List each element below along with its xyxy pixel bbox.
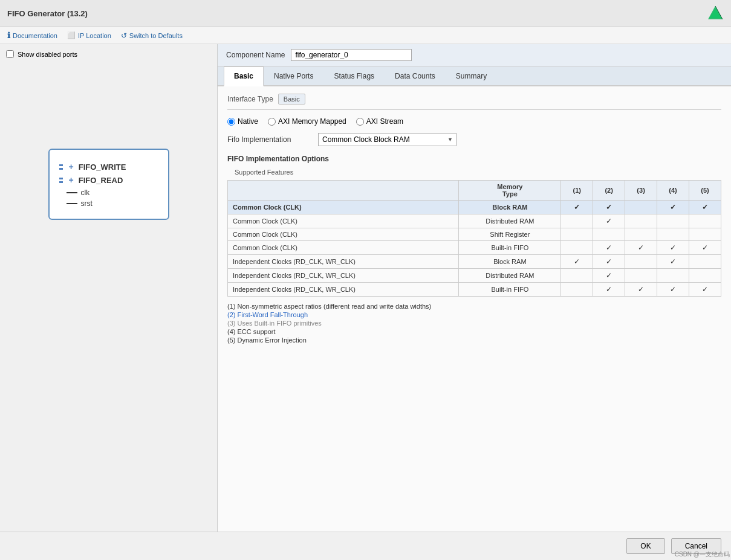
srst-signal: srst bbox=[67, 199, 158, 208]
col-header-5: (5) bbox=[689, 181, 721, 201]
documentation-link[interactable]: ℹ Documentation bbox=[7, 31, 57, 40]
cell-mem-3: Shift Register bbox=[459, 228, 561, 241]
cell-7-4: ✓ bbox=[657, 283, 689, 297]
left-panel: Show disabled ports + FIFO_WRITE bbox=[0, 44, 218, 556]
cell-1-2: ✓ bbox=[593, 201, 625, 214]
main-content: Show disabled ports + FIFO_WRITE bbox=[0, 44, 731, 556]
clk-line-icon bbox=[67, 192, 77, 193]
separator-1 bbox=[227, 109, 721, 110]
fifo-impl-select[interactable]: Common Clock Block RAM Common Clock Dist… bbox=[318, 133, 456, 146]
switch-defaults-label: Switch to Defaults bbox=[129, 32, 183, 39]
show-ports-label: Show disabled ports bbox=[18, 51, 77, 58]
fifo-diagram: + FIFO_WRITE + FIFO_READ clk bbox=[48, 149, 169, 220]
note-1: (1) Non-symmetric aspect ratios (differe… bbox=[227, 303, 721, 310]
cell-6-3 bbox=[625, 269, 657, 283]
col-header-clock bbox=[228, 181, 459, 201]
note-5: (5) Dynamic Error Injection bbox=[227, 336, 721, 344]
ip-location-icon: ⬜ bbox=[67, 31, 76, 39]
cell-2-5 bbox=[689, 214, 721, 228]
cell-3-5 bbox=[689, 228, 721, 241]
clk-label: clk bbox=[81, 188, 90, 197]
radio-axi-stream[interactable]: AXI Stream bbox=[356, 117, 403, 126]
table-row-5: Independent Clocks (RD_CLK, WR_CLK) Bloc… bbox=[228, 255, 721, 269]
component-name-input[interactable] bbox=[291, 49, 412, 61]
tabs-bar: Basic Native Ports Status Flags Data Cou… bbox=[218, 66, 731, 86]
tab-content-basic: Interface Type Basic Native AXI Memory M… bbox=[218, 86, 731, 556]
cell-1-5: ✓ bbox=[689, 201, 721, 214]
notes-section: (1) Non-symmetric aspect ratios (differe… bbox=[227, 303, 721, 344]
impl-options-table: MemoryType (1) (2) (3) (4) (5) Common Cl… bbox=[227, 180, 721, 297]
tab-basic[interactable]: Basic bbox=[224, 66, 264, 86]
cell-clock-3: Common Clock (CLK) bbox=[228, 228, 459, 241]
cell-4-2: ✓ bbox=[593, 241, 625, 255]
cell-2-2: ✓ bbox=[593, 214, 625, 228]
cell-5-1: ✓ bbox=[561, 255, 593, 269]
cell-6-2: ✓ bbox=[593, 269, 625, 283]
documentation-label: Documentation bbox=[13, 32, 57, 39]
fifo-impl-label: Fifo Implementation bbox=[227, 135, 312, 144]
basic-badge: Basic bbox=[278, 94, 305, 105]
cell-clock-5: Independent Clocks (RD_CLK, WR_CLK) bbox=[228, 255, 459, 269]
write-plus-icon: + bbox=[69, 162, 74, 172]
tab-summary[interactable]: Summary bbox=[446, 66, 497, 85]
cell-7-1 bbox=[561, 283, 593, 297]
clk-signal: clk bbox=[67, 188, 158, 197]
show-ports-row: Show disabled ports bbox=[6, 50, 211, 58]
cell-3-1 bbox=[561, 228, 593, 241]
app-logo-icon bbox=[707, 5, 724, 22]
app-title: FIFO Generator (13.2) bbox=[7, 9, 88, 18]
note-3: (3) Uses Built-in FIFO primitives bbox=[227, 320, 721, 327]
cell-1-1: ✓ bbox=[561, 201, 593, 214]
tab-status-flags[interactable]: Status Flags bbox=[323, 66, 385, 85]
cell-clock-7: Independent Clocks (RD_CLK, WR_CLK) bbox=[228, 283, 459, 297]
radio-native[interactable]: Native bbox=[227, 117, 258, 126]
write-port-bars bbox=[59, 164, 63, 170]
cell-mem-5: Block RAM bbox=[459, 255, 561, 269]
cell-6-5 bbox=[689, 269, 721, 283]
fifo-write-label: FIFO_WRITE bbox=[79, 163, 126, 172]
fifo-read-label: FIFO_READ bbox=[79, 176, 123, 185]
cell-mem-2: Distributed RAM bbox=[459, 214, 561, 228]
ok-button[interactable]: OK bbox=[626, 538, 664, 554]
toolbar: ℹ Documentation ⬜ IP Location ↺ Switch t… bbox=[0, 27, 731, 44]
table-row-1: Common Clock (CLK) Block RAM ✓ ✓ ✓ ✓ bbox=[228, 201, 721, 214]
switch-defaults-link[interactable]: ↺ Switch to Defaults bbox=[121, 31, 183, 40]
supported-features-label: Supported Features bbox=[235, 169, 293, 176]
cell-mem-1: Block RAM bbox=[459, 201, 561, 214]
cell-4-4: ✓ bbox=[657, 241, 689, 255]
cell-1-3 bbox=[625, 201, 657, 214]
title-bar: FIFO Generator (13.2) bbox=[0, 0, 731, 27]
tab-native-ports[interactable]: Native Ports bbox=[264, 66, 323, 85]
component-name-bar: Component Name bbox=[218, 44, 731, 66]
read-plus-icon: + bbox=[69, 175, 74, 185]
info-icon: ℹ bbox=[7, 31, 10, 40]
cell-7-3: ✓ bbox=[625, 283, 657, 297]
cell-6-4 bbox=[657, 269, 689, 283]
cell-7-5: ✓ bbox=[689, 283, 721, 297]
note-2: (2) First-Word Fall-Through bbox=[227, 311, 721, 318]
fifo-write-port: + FIFO_WRITE bbox=[59, 162, 158, 172]
cell-4-1 bbox=[561, 241, 593, 255]
cell-1-4: ✓ bbox=[657, 201, 689, 214]
cell-mem-4: Built-in FIFO bbox=[459, 241, 561, 255]
cell-7-2: ✓ bbox=[593, 283, 625, 297]
table-row-3: Common Clock (CLK) Shift Register bbox=[228, 228, 721, 241]
radio-axi-memory[interactable]: AXI Memory Mapped bbox=[268, 117, 346, 126]
watermark: CSDN @一支绝命码 bbox=[675, 550, 730, 559]
cell-2-4 bbox=[657, 214, 689, 228]
interface-radio-group: Native AXI Memory Mapped AXI Stream bbox=[227, 117, 721, 126]
cell-5-3 bbox=[625, 255, 657, 269]
col-header-2: (2) bbox=[593, 181, 625, 201]
col-header-memory: MemoryType bbox=[459, 181, 561, 201]
tab-data-counts[interactable]: Data Counts bbox=[385, 66, 446, 85]
table-row-6: Independent Clocks (RD_CLK, WR_CLK) Dist… bbox=[228, 269, 721, 283]
cell-5-5 bbox=[689, 255, 721, 269]
impl-options-title: FIFO Implementation Options bbox=[227, 155, 721, 163]
show-ports-checkbox[interactable] bbox=[6, 50, 14, 58]
fifo-impl-row: Fifo Implementation Common Clock Block R… bbox=[227, 133, 721, 146]
col-header-3: (3) bbox=[625, 181, 657, 201]
cell-5-2: ✓ bbox=[593, 255, 625, 269]
srst-label: srst bbox=[81, 199, 93, 208]
ip-location-link[interactable]: ⬜ IP Location bbox=[67, 31, 111, 39]
refresh-icon: ↺ bbox=[121, 31, 127, 40]
